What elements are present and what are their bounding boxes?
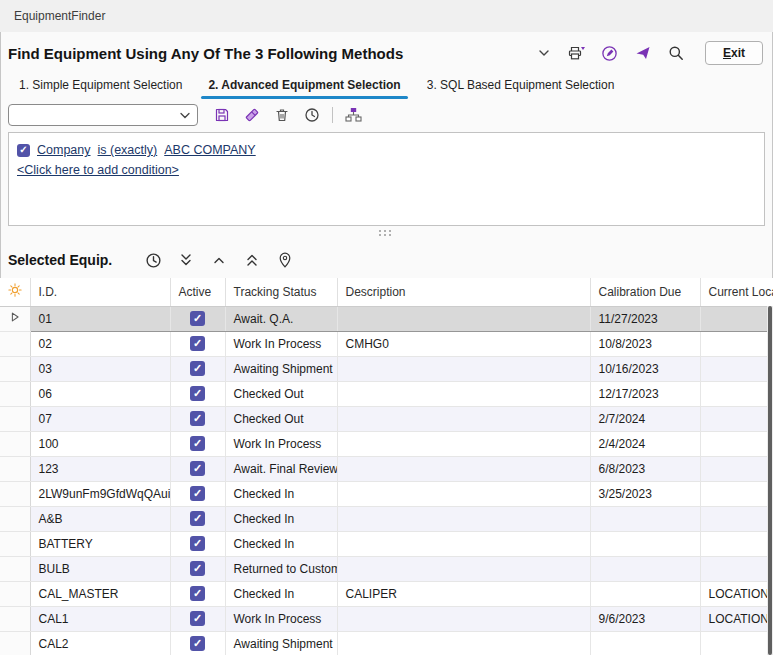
table-row[interactable]: CAL_MASTER Checked In CALIPER LOCATION 1 bbox=[0, 581, 773, 606]
tab-sql-selection[interactable]: 3. SQL Based Equipment Selection bbox=[416, 74, 626, 100]
send-icon[interactable] bbox=[633, 43, 653, 63]
cell-description[interactable] bbox=[337, 356, 590, 381]
cell-id[interactable]: 07 bbox=[30, 406, 170, 431]
combo-chevron-icon[interactable] bbox=[180, 112, 190, 119]
tab-advanced-selection[interactable]: 2. Advanced Equipment Selection bbox=[197, 74, 411, 100]
location-pin-icon[interactable] bbox=[275, 250, 295, 270]
hierarchy-icon[interactable] bbox=[343, 105, 363, 125]
column-header-tracking-status[interactable]: Tracking Status bbox=[225, 278, 337, 306]
cell-current-location[interactable] bbox=[700, 631, 773, 655]
active-checkbox[interactable] bbox=[190, 536, 205, 551]
scrollbar-thumb[interactable] bbox=[768, 306, 772, 655]
cell-current-location[interactable] bbox=[700, 406, 773, 431]
row-selector-cell[interactable] bbox=[0, 306, 30, 331]
cell-id[interactable]: CAL_MASTER bbox=[30, 581, 170, 606]
row-selector-cell[interactable] bbox=[0, 506, 30, 531]
active-checkbox[interactable] bbox=[190, 436, 205, 451]
cell-calibration-due[interactable]: 6/8/2023 bbox=[590, 456, 700, 481]
cell-tracking-status[interactable]: Returned to Customer bbox=[225, 556, 337, 581]
condition-checkbox[interactable] bbox=[17, 144, 30, 157]
annotate-icon[interactable] bbox=[600, 43, 620, 63]
cell-current-location[interactable] bbox=[700, 431, 773, 456]
row-selector-cell[interactable] bbox=[0, 481, 30, 506]
cell-description[interactable] bbox=[337, 506, 590, 531]
cell-active[interactable] bbox=[170, 606, 225, 631]
tab-simple-selection[interactable]: 1. Simple Equipment Selection bbox=[8, 74, 193, 100]
cell-active[interactable] bbox=[170, 406, 225, 431]
cell-id[interactable]: CAL1 bbox=[30, 606, 170, 631]
saved-condition-combobox[interactable] bbox=[8, 104, 198, 126]
table-row[interactable]: 06 Checked Out 12/17/2023 bbox=[0, 381, 773, 406]
cell-description[interactable] bbox=[337, 481, 590, 506]
history-icon[interactable] bbox=[302, 105, 322, 125]
column-header-current-location[interactable]: Current Location bbox=[700, 278, 773, 306]
active-checkbox[interactable] bbox=[190, 461, 205, 476]
condition-field-link[interactable]: Company bbox=[37, 143, 91, 157]
table-row[interactable]: 100 Work In Process 2/4/2024 bbox=[0, 431, 773, 456]
cell-current-location[interactable] bbox=[700, 331, 773, 356]
row-selector-cell[interactable] bbox=[0, 631, 30, 655]
condition-operator-link[interactable]: is (exactly) bbox=[98, 143, 158, 157]
cell-active[interactable] bbox=[170, 481, 225, 506]
cell-calibration-due[interactable]: 11/27/2023 bbox=[590, 306, 700, 331]
active-checkbox[interactable] bbox=[190, 586, 205, 601]
table-row[interactable]: CAL1 Work In Process 9/6/2023 LOCATION 1 bbox=[0, 606, 773, 631]
cell-id[interactable]: 01 bbox=[30, 306, 170, 331]
add-condition-link[interactable]: <Click here to add condition> bbox=[17, 163, 179, 177]
chevron-down-icon[interactable] bbox=[534, 43, 554, 63]
cell-calibration-due[interactable]: 3/25/2023 bbox=[590, 481, 700, 506]
cell-current-location[interactable] bbox=[700, 456, 773, 481]
table-row[interactable]: 01 Await. Q.A. 11/27/2023 bbox=[0, 306, 773, 331]
table-row[interactable]: CAL2 Awaiting Shipment bbox=[0, 631, 773, 655]
cell-tracking-status[interactable]: Work In Process bbox=[225, 331, 337, 356]
cell-current-location[interactable] bbox=[700, 481, 773, 506]
row-selector-cell[interactable] bbox=[0, 556, 30, 581]
cell-current-location[interactable]: LOCATION 1 bbox=[700, 581, 773, 606]
table-row[interactable]: 123 Await. Final Review 6/8/2023 bbox=[0, 456, 773, 481]
table-row[interactable]: A&B Checked In bbox=[0, 506, 773, 531]
cell-tracking-status[interactable]: Awaiting Shipment bbox=[225, 631, 337, 655]
active-checkbox[interactable] bbox=[190, 311, 205, 326]
active-checkbox[interactable] bbox=[190, 411, 205, 426]
cell-calibration-due[interactable] bbox=[590, 631, 700, 655]
row-selector-cell[interactable] bbox=[0, 331, 30, 356]
cell-id[interactable]: A&B bbox=[30, 506, 170, 531]
search-icon[interactable] bbox=[666, 43, 686, 63]
column-header-id[interactable]: I.D. bbox=[30, 278, 170, 306]
vertical-scrollbar[interactable] bbox=[767, 306, 773, 655]
print-icon[interactable] bbox=[567, 43, 587, 63]
cell-calibration-due[interactable] bbox=[590, 556, 700, 581]
table-row[interactable]: BULB Returned to Customer bbox=[0, 556, 773, 581]
cell-active[interactable] bbox=[170, 506, 225, 531]
cell-calibration-due[interactable] bbox=[590, 531, 700, 556]
cell-calibration-due[interactable]: 9/6/2023 bbox=[590, 606, 700, 631]
save-icon[interactable] bbox=[212, 105, 232, 125]
cell-id[interactable]: 2LW9unFm9GfdWqQAuiF bbox=[30, 481, 170, 506]
cell-tracking-status[interactable]: Work In Process bbox=[225, 431, 337, 456]
cell-active[interactable] bbox=[170, 631, 225, 655]
clock-icon[interactable] bbox=[143, 250, 163, 270]
cell-active[interactable] bbox=[170, 356, 225, 381]
cell-description[interactable] bbox=[337, 556, 590, 581]
cell-current-location[interactable] bbox=[700, 306, 773, 331]
cell-current-location[interactable] bbox=[700, 506, 773, 531]
cell-active[interactable] bbox=[170, 306, 225, 331]
row-selector-cell[interactable] bbox=[0, 431, 30, 456]
condition-value-link[interactable]: ABC COMPANY bbox=[164, 143, 255, 157]
cell-calibration-due[interactable] bbox=[590, 581, 700, 606]
cell-tracking-status[interactable]: Checked In bbox=[225, 506, 337, 531]
cell-id[interactable]: 100 bbox=[30, 431, 170, 456]
row-selector-cell[interactable] bbox=[0, 356, 30, 381]
cell-current-location[interactable] bbox=[700, 531, 773, 556]
cell-id[interactable]: BATTERY bbox=[30, 531, 170, 556]
cell-tracking-status[interactable]: Checked In bbox=[225, 581, 337, 606]
cell-tracking-status[interactable]: Checked In bbox=[225, 531, 337, 556]
grid-corner-cell[interactable] bbox=[0, 278, 30, 306]
cell-tracking-status[interactable]: Checked Out bbox=[225, 381, 337, 406]
cell-description[interactable] bbox=[337, 531, 590, 556]
column-header-description[interactable]: Description bbox=[337, 278, 590, 306]
table-row[interactable]: 07 Checked Out 2/7/2024 bbox=[0, 406, 773, 431]
cell-description[interactable] bbox=[337, 631, 590, 655]
cell-description[interactable] bbox=[337, 306, 590, 331]
table-row[interactable]: 02 Work In Process CMHG0 10/8/2023 bbox=[0, 331, 773, 356]
